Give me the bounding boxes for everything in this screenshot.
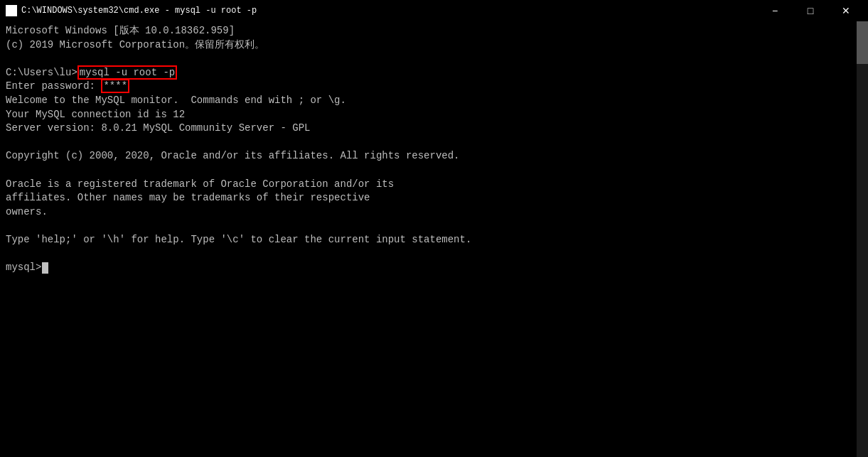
password-highlight: **** (101, 79, 129, 93)
scrollbar[interactable] (857, 21, 868, 457)
output-line-2: (c) 2019 Microsoft Corporation。保留所有权利。 (6, 38, 862, 53)
cursor (42, 262, 48, 274)
output-line-6: Welcome to the MySQL monitor. Commands e… (6, 94, 862, 108)
window-title: C:\WINDOWS\system32\cmd.exe - mysql -u r… (21, 6, 257, 16)
output-line-4: C:\Users\lu>mysql -u root -p (6, 66, 862, 80)
console-output: Microsoft Windows [版本 10.0.18362.959] (c… (6, 24, 862, 275)
output-line-7: Your MySQL connection id is 12 (6, 108, 862, 122)
minimize-button[interactable]: − (759, 0, 791, 21)
output-line-3 (6, 52, 862, 66)
close-button[interactable]: ✕ (830, 0, 862, 21)
password-label: Enter password: (6, 80, 101, 92)
titlebar: C:\ C:\WINDOWS\system32\cmd.exe - mysql … (0, 0, 868, 21)
output-line-17 (6, 247, 862, 262)
output-line-12: Oracle is a registered trademark of Orac… (6, 178, 862, 192)
window-controls: − □ ✕ (759, 0, 862, 21)
console-area[interactable]: Microsoft Windows [版本 10.0.18362.959] (c… (0, 21, 868, 457)
command-highlight: mysql -u root -p (77, 65, 177, 80)
output-line-1: Microsoft Windows [版本 10.0.18362.959] (6, 24, 862, 38)
output-line-10: Copyright (c) 2000, 2020, Oracle and/or … (6, 149, 862, 163)
cmd-window: C:\ C:\WINDOWS\system32\cmd.exe - mysql … (0, 0, 868, 457)
scrollbar-thumb[interactable] (857, 21, 868, 64)
app-icon: C:\ (6, 5, 17, 16)
path-prefix: C:\Users\lu> (6, 67, 77, 78)
output-line-9 (6, 136, 862, 150)
output-line-11 (6, 163, 862, 178)
output-line-16: Type 'help;' or '\h' for help. Type '\c'… (6, 233, 862, 247)
output-line-15 (6, 219, 862, 233)
titlebar-left: C:\ C:\WINDOWS\system32\cmd.exe - mysql … (6, 5, 257, 16)
output-line-13: affiliates. Other names may be trademark… (6, 191, 862, 205)
output-line-14: owners. (6, 205, 862, 220)
mysql-prompt: mysql> (6, 261, 41, 275)
maximize-button[interactable]: □ (794, 0, 827, 21)
output-line-5: Enter password: **** (6, 80, 862, 94)
mysql-prompt-line[interactable]: mysql> (6, 261, 862, 275)
output-line-8: Server version: 8.0.21 MySQL Community S… (6, 122, 862, 136)
